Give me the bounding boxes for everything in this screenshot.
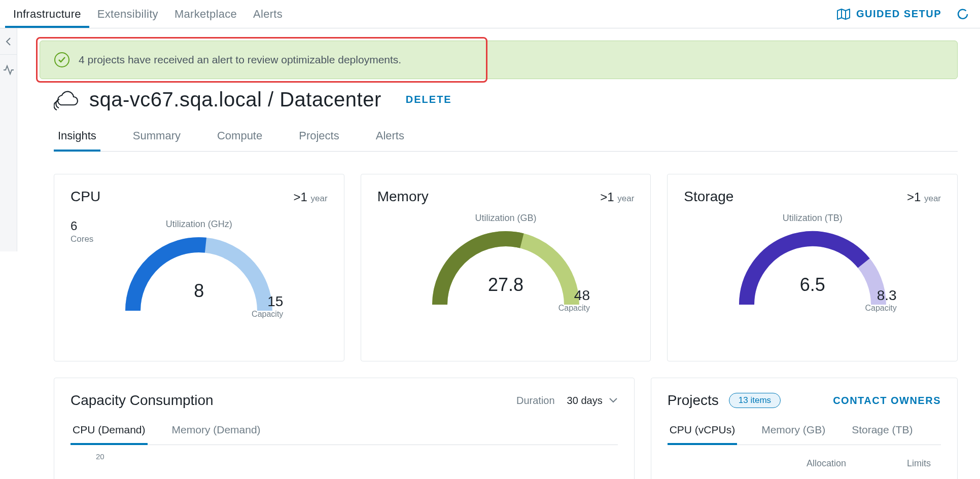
cpu-utilization-label: Utilization (GHz): [166, 219, 232, 230]
capacity-tabs: CPU (Demand) Memory (Demand): [71, 424, 618, 445]
projects-tab-cpu[interactable]: CPU (vCPUs): [668, 424, 738, 445]
subtab-insights[interactable]: Insights: [54, 129, 100, 152]
storage-capacity-value: 8.3: [865, 287, 896, 304]
cpu-gauge: 8 15Capacity: [118, 230, 280, 316]
memory-capacity-label: Capacity: [558, 304, 590, 313]
storage-card: Storage >1 year Utilization (TB) 6.5 8.3…: [667, 174, 958, 361]
bottom-row: Capacity Consumption Duration 30 days CP…: [17, 361, 980, 479]
projects-col-allocation: Allocation: [807, 458, 846, 469]
nav-tab-alerts[interactable]: Alerts: [245, 0, 291, 28]
subtab-compute[interactable]: Compute: [213, 129, 266, 151]
duration-label: Duration: [516, 395, 555, 407]
memory-gauge: 27.8 48Capacity: [425, 224, 587, 310]
cpu-card: CPU >1 year 6 Cores Utilization (GHz) 8 …: [54, 174, 344, 361]
subtab-projects[interactable]: Projects: [295, 129, 343, 151]
storage-gauge: 6.5 8.3Capacity: [731, 224, 894, 310]
projects-card: Projects 13 items CONTACT OWNERS CPU (vC…: [651, 378, 958, 479]
nav-tab-extensibility[interactable]: Extensibility: [89, 0, 166, 28]
chevron-down-icon: [609, 397, 618, 403]
storage-time-remaining: >1 year: [907, 190, 941, 204]
page-title: sqa-vc67.sqa.local / Datacenter: [89, 88, 381, 111]
projects-tab-memory[interactable]: Memory (GB): [759, 424, 827, 445]
success-check-icon: [54, 52, 69, 67]
side-rail: [0, 28, 17, 251]
guided-setup-label: GUIDED SETUP: [856, 8, 941, 20]
capacity-tab-cpu[interactable]: CPU (Demand): [71, 424, 148, 445]
projects-columns: Allocation Limits: [668, 458, 941, 469]
side-rail-activity-icon[interactable]: [0, 55, 17, 85]
top-nav: Infrastructure Extensibility Marketplace…: [0, 0, 980, 28]
cpu-capacity-value: 15: [252, 293, 283, 310]
projects-card-title: Projects: [668, 392, 719, 409]
capacity-consumption-card: Capacity Consumption Duration 30 days CP…: [54, 378, 635, 479]
memory-card-title: Memory: [377, 189, 429, 205]
duration-selector[interactable]: Duration 30 days: [516, 395, 618, 407]
storage-utilization-label: Utilization (TB): [783, 213, 843, 224]
map-icon: [837, 8, 850, 20]
projects-count-badge: 13 items: [729, 393, 781, 408]
side-rail-collapse[interactable]: [0, 28, 17, 55]
contact-owners-link[interactable]: CONTACT OWNERS: [833, 395, 941, 407]
cpu-time-remaining: >1 year: [294, 190, 328, 204]
page-title-row: sqa-vc67.sqa.local / Datacenter DELETE: [17, 79, 980, 111]
gauge-cards-row: CPU >1 year 6 Cores Utilization (GHz) 8 …: [17, 152, 980, 361]
nav-tab-marketplace[interactable]: Marketplace: [166, 0, 245, 28]
projects-tabs: CPU (vCPUs) Memory (GB) Storage (TB): [668, 424, 941, 445]
cpu-capacity-label: Capacity: [252, 310, 283, 319]
alert-text: 4 projects have received an alert to rev…: [79, 54, 401, 66]
refresh-icon[interactable]: [956, 7, 970, 21]
duration-value: 30 days: [567, 395, 603, 407]
cpu-card-title: CPU: [71, 189, 100, 205]
projects-tab-storage[interactable]: Storage (TB): [850, 424, 915, 445]
storage-card-title: Storage: [684, 189, 733, 205]
storage-capacity-label: Capacity: [865, 304, 896, 313]
memory-time-remaining: >1 year: [600, 190, 634, 204]
subtab-summary[interactable]: Summary: [129, 129, 185, 151]
capacity-card-title: Capacity Consumption: [71, 392, 214, 409]
memory-card: Memory >1 year Utilization (GB) 27.8 48C…: [361, 174, 651, 361]
delete-link[interactable]: DELETE: [406, 94, 452, 105]
main-content: 4 projects have received an alert to rev…: [17, 28, 980, 479]
capacity-chart-yaxis: 20: [96, 452, 618, 461]
alert-banner[interactable]: 4 projects have received an alert to rev…: [40, 41, 958, 79]
datacenter-cloud-icon: [54, 89, 82, 111]
subtab-alerts[interactable]: Alerts: [372, 129, 408, 151]
memory-utilization-label: Utilization (GB): [475, 213, 536, 224]
memory-capacity-value: 48: [558, 287, 590, 304]
projects-col-limits: Limits: [907, 458, 931, 469]
capacity-tab-memory[interactable]: Memory (Demand): [170, 424, 263, 445]
nav-tab-infrastructure[interactable]: Infrastructure: [5, 0, 89, 28]
guided-setup-link[interactable]: GUIDED SETUP: [837, 8, 941, 20]
sub-tabs: Insights Summary Compute Projects Alerts: [54, 129, 958, 152]
